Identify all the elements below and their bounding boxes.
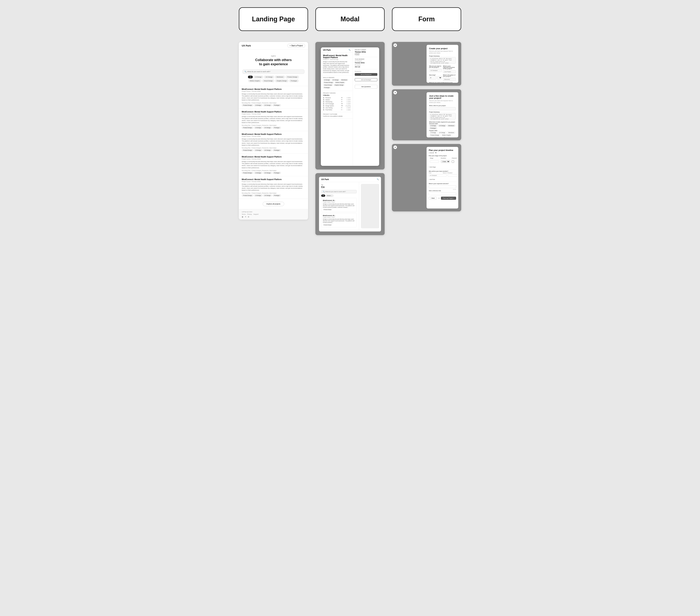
form-close-button-3[interactable]: ✕ <box>393 146 397 149</box>
add-role-button[interactable]: + Add Role <box>429 179 435 180</box>
modal2-filter-motion[interactable]: Motion ... <box>326 194 334 197</box>
phase-hifi: Hi-Fi Prototype 2 week <box>323 103 351 104</box>
form-subtitle-2: Discover your team and empower them to a… <box>429 100 456 103</box>
modal2-card-desc-1: Design a community-focused directory tha… <box>323 203 355 208</box>
pop-skill-product-design[interactable]: Product Design <box>429 134 440 136</box>
phase-bar-user-testing <box>341 107 342 108</box>
form-close-button-1[interactable]: ✕ <box>393 43 397 47</box>
footer-icons: ◉ ✕ ⊗ <box>242 216 305 218</box>
owner-linkedin[interactable]: LinkedIn <box>355 53 377 54</box>
post-project-button[interactable]: Post my Project > <box>441 197 456 200</box>
modal-2-window: UX Park 🔍 tag Co 🔍 All <box>319 177 381 231</box>
form-summary-input[interactable] <box>429 57 456 64</box>
filter-product-design[interactable]: Product Design <box>286 76 299 78</box>
modal2-card-tag-product-design-2: Product Design <box>323 224 332 226</box>
modal-1-window: UX Park 🔍 MindConnect: Mental Health Sup… <box>321 47 379 166</box>
form-ux-research-label: What do you want UX Research to do? <box>429 82 456 83</box>
form-title-input[interactable] <box>429 107 456 110</box>
form-phase-input[interactable] <box>443 78 456 81</box>
footer-privacy[interactable]: Privacy <box>247 213 252 215</box>
form-back-button[interactable]: < Back <box>429 197 437 200</box>
join-researcher-button[interactable]: Join as Researcher <box>355 73 377 76</box>
form-popular-skills: UI Design UX Design Wireframe Product De… <box>429 131 456 137</box>
form-page-indicator-3: 2/2 <box>438 198 440 199</box>
project-card-3[interactable]: MindConnect: Mental Health Support Platf… <box>239 131 308 154</box>
filter-wireframe[interactable]: Wireframe <box>275 76 285 78</box>
form-label: Form <box>418 15 435 23</box>
pop-skill-ui-design[interactable]: UI Design <box>429 131 437 134</box>
tag-ui-design-4: UI Design <box>254 172 263 174</box>
owner-portfolio[interactable]: Portfolio <box>355 54 377 55</box>
student-name-input[interactable] <box>448 174 458 177</box>
researcher-section: Researcher Join as Researcher <box>355 71 377 76</box>
pop-skill-wireframe[interactable]: Wireframe <box>447 131 455 134</box>
form-join-role-input[interactable] <box>429 69 442 72</box>
filter-graphic-design[interactable]: Graphic Design <box>275 79 288 82</box>
stage-channel-checkbox[interactable] <box>452 160 454 163</box>
project-desc-3: Design a community-focused directory tha… <box>242 138 305 146</box>
phase-name-user-testing: User Testing <box>325 107 340 109</box>
filter-motion-graphic[interactable]: Motion Graphic <box>248 79 261 82</box>
tag-row-4: Product Design UI Design UX Design Proto… <box>242 172 305 174</box>
stage-row-1: 1 hour <box>429 160 458 163</box>
project-card-1[interactable]: MindConnect: Mental Health Support Platf… <box>239 86 308 109</box>
phase-dur-wireframing: 1 week <box>344 101 351 102</box>
form-duration-unit-select[interactable]: Weeks/Months <box>437 76 442 79</box>
phase-name-hifi: Hi-Fi Prototype <box>325 103 340 104</box>
tag-ui-design-5: UI Design <box>254 194 263 197</box>
explore-all-button[interactable]: Explore all projects <box>263 202 284 206</box>
modal-1-outer: UX Park 🔍 MindConnect: Mental Health Sup… <box>315 42 385 169</box>
modal-outcome-section: Project Outcome It will be an cross-plat… <box>321 112 353 118</box>
filter-prototype[interactable]: Prototype <box>289 79 299 82</box>
role-name-input[interactable] <box>429 174 447 177</box>
stage-duration-select[interactable]: 1 hour <box>441 160 450 163</box>
ask-questions-button[interactable]: Ask Questions <box>355 85 377 89</box>
outcome-input[interactable] <box>429 185 456 188</box>
modal2-search[interactable]: 🔍 <box>321 190 357 193</box>
pop-skill-accessibility[interactable]: Accessibility <box>429 137 439 137</box>
modal2-search-input[interactable] <box>325 191 355 192</box>
modal2-card-1[interactable]: MindConnect: M... Project owner: Thom...… <box>321 198 357 212</box>
reference-input[interactable] <box>429 192 456 195</box>
landing-filter-row1: All UI Design UX Design Wireframe Produc… <box>242 76 304 78</box>
landing-search-bar[interactable]: 🔍 <box>242 70 304 74</box>
form-card-3: ✕ Plan your project timeline 1 Month ▼ P… <box>392 144 461 211</box>
project-card-4[interactable]: MindConnect: Mental Health Support Platf… <box>239 154 308 176</box>
landing-search-input[interactable] <box>247 71 302 73</box>
chevron-down-icon: ▼ <box>435 152 437 154</box>
form-summary-input-2[interactable] <box>429 113 456 120</box>
form-close-button-2[interactable]: ✕ <box>393 91 397 95</box>
filter-ux-design[interactable]: UX Design <box>264 76 274 78</box>
main-row: UX Park + Start a Project tagline Collab… <box>7 42 693 235</box>
pop-skill-visual-design[interactable]: Visual Design <box>439 137 450 137</box>
researcher-role: Researcher <box>355 71 377 72</box>
filter-all[interactable]: All <box>248 76 253 78</box>
modal2-filter-all[interactable]: All <box>321 194 325 197</box>
modal2-card-2[interactable]: MindConnect: M... Project owner: Thom...… <box>321 213 357 227</box>
project-card-2[interactable]: MindConnect: Mental Health Support Platf… <box>239 109 308 131</box>
modal-column: UX Park 🔍 MindConnect: Mental Health Sup… <box>315 42 385 235</box>
modal-search-icon: 🔍 <box>349 49 351 51</box>
modal-skills-title: Skills needed <box>323 77 351 78</box>
pop-skill-motion-graphic[interactable]: Motion Graphic <box>441 134 452 136</box>
role-table-header: Role Name of Student <box>429 172 456 174</box>
pop-skill-ux-design[interactable]: UX Design <box>438 131 447 134</box>
form-expected-outcome-input[interactable] <box>443 70 456 73</box>
modal2-hero-tag: tag <box>321 184 357 185</box>
outcome-label: What is your expected outcome? <box>429 183 456 184</box>
phase-design-system: Design System on going <box>323 105 351 106</box>
form-months-input[interactable] <box>429 76 436 79</box>
join-developer-button[interactable]: Join as Developer <box>355 78 377 81</box>
project-card-5[interactable]: MindConnect: Mental Health Support Platf… <box>239 176 308 199</box>
skill-visual-design: Visual Design <box>323 84 333 86</box>
start-project-button[interactable]: + Start a Project <box>287 44 305 48</box>
stage-name-input[interactable] <box>430 160 439 163</box>
filter-ui-design[interactable]: UI Design <box>253 76 263 78</box>
developer-role: Developer <box>355 64 377 66</box>
phase-dot-design-system <box>323 105 324 106</box>
phase-dot-ideation <box>323 99 324 100</box>
footer-support[interactable]: Support <box>253 213 259 215</box>
footer-terms[interactable]: Terms <box>242 213 246 215</box>
add-stage-button[interactable]: + Add Stage <box>429 166 436 168</box>
filter-visual-design[interactable]: Visual Design <box>262 79 274 82</box>
